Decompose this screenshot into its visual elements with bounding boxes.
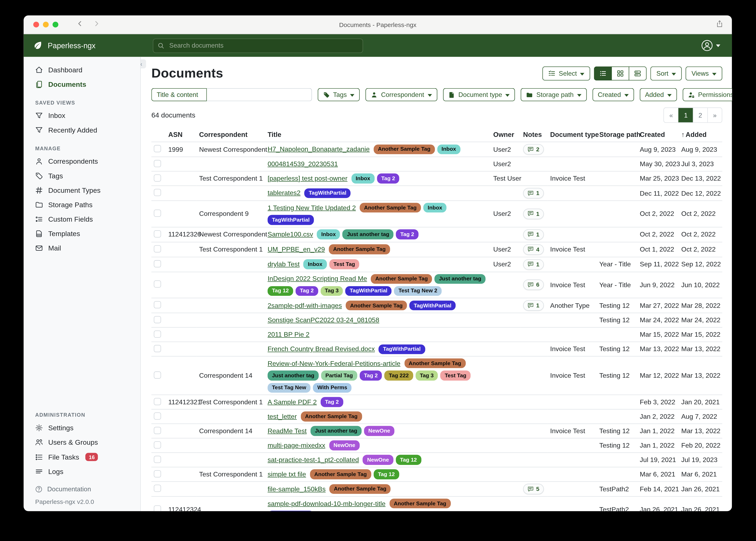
document-title-link[interactable]: Sample100.csv	[268, 231, 313, 238]
sidebar-item-documents[interactable]: Documents	[24, 77, 140, 92]
column-header-notes[interactable]: Notes	[521, 127, 548, 142]
sidebar-item-document-types[interactable]: Document Types	[24, 183, 140, 198]
tag-badge[interactable]: Tag 2	[396, 230, 418, 239]
tag-badge[interactable]: Just another tag	[268, 371, 319, 380]
column-header-document-type[interactable]: Document type	[548, 127, 597, 142]
document-title-link[interactable]: test_letter	[268, 413, 297, 420]
notes-badge[interactable]: 1	[523, 300, 544, 311]
filter-correspondent-button[interactable]: Correspondent	[366, 88, 437, 101]
notes-badge[interactable]: 1	[523, 188, 544, 198]
tag-badge[interactable]: Tag 2	[321, 397, 343, 407]
notes-badge[interactable]: 5	[523, 484, 544, 494]
sidebar-item-inbox[interactable]: Inbox	[24, 109, 140, 123]
filter-added-button[interactable]: Added	[640, 88, 677, 101]
document-title-link[interactable]: drylab Test	[268, 261, 300, 268]
notes-badge[interactable]: 4	[523, 244, 544, 255]
document-title-link[interactable]: A Sample PDF 2	[268, 398, 317, 406]
tag-badge[interactable]: NewOne	[363, 455, 393, 465]
user-menu[interactable]	[701, 40, 720, 52]
tag-badge[interactable]: TagWithPartial	[379, 344, 425, 354]
sidebar-item-users-groups[interactable]: Users & Groups	[24, 435, 140, 449]
tag-badge[interactable]: Another Sample Tag	[404, 358, 465, 368]
tag-badge[interactable]: Another Sample Tag	[346, 300, 407, 310]
sidebar-item-recently-added[interactable]: Recently Added	[24, 123, 140, 137]
browser-forward-icon[interactable]	[93, 20, 100, 29]
app-brand[interactable]: Paperless-ngx	[24, 41, 153, 50]
row-checkbox[interactable]	[154, 371, 161, 378]
row-checkbox[interactable]	[154, 412, 161, 419]
row-checkbox[interactable]	[154, 210, 161, 217]
document-title-link[interactable]: sat-practice-test-1_pt2-collated	[268, 456, 359, 463]
sidebar-item-logs[interactable]: Logs	[24, 464, 140, 479]
notes-badge[interactable]: 1	[523, 209, 544, 219]
sidebar-item-settings[interactable]: Settings	[24, 421, 140, 435]
views-button[interactable]: Views	[686, 66, 722, 80]
row-checkbox[interactable]	[154, 280, 161, 288]
row-checkbox[interactable]	[154, 160, 161, 167]
pagination-next[interactable]: »	[707, 108, 722, 122]
notes-badge[interactable]: 1	[523, 229, 544, 240]
document-title-link[interactable]: ReadMe Test	[268, 427, 307, 435]
column-header-created[interactable]: Created	[637, 127, 679, 142]
tag-badge[interactable]: Tag 3	[320, 286, 343, 296]
row-checkbox[interactable]	[154, 485, 161, 492]
document-title-link[interactable]: 2011 BP Pie 2	[268, 331, 309, 338]
document-title-link[interactable]: file-sample_150kBs	[268, 485, 326, 493]
row-checkbox[interactable]	[154, 345, 161, 352]
sidebar-item-custom-fields[interactable]: Custom Fields	[24, 212, 140, 227]
tag-badge[interactable]: Test Tag New 2	[394, 286, 442, 296]
notes-badge[interactable]: 1	[523, 259, 544, 270]
column-header-storage-path[interactable]: Storage path	[597, 127, 637, 142]
sidebar-item-mail[interactable]: Mail	[24, 241, 140, 255]
search-input[interactable]	[168, 41, 358, 50]
column-header-added[interactable]: ↑Added	[679, 127, 722, 142]
tag-badge[interactable]: Another Sample Tag	[389, 499, 451, 508]
tag-badge[interactable]: Inbox	[423, 203, 447, 213]
column-header-title[interactable]: Title	[265, 127, 491, 142]
column-header-correspondent[interactable]: Correspondent	[197, 127, 265, 142]
tag-badge[interactable]: Test Tag	[440, 371, 471, 380]
row-checkbox[interactable]	[154, 245, 161, 252]
column-header-owner[interactable]: Owner	[491, 127, 521, 142]
document-title-link[interactable]: 1 Testing New Title Updated 2	[268, 204, 356, 211]
tag-badge[interactable]: Tag 12	[268, 286, 293, 296]
document-title-link[interactable]: sample-pdf-download-10-mb-longer-title	[268, 500, 386, 507]
tag-badge[interactable]: Just another tag	[343, 230, 393, 239]
tag-badge[interactable]: Tag 2	[295, 286, 318, 296]
tag-badge[interactable]: TagWithPartial	[345, 286, 392, 296]
tag-badge[interactable]: Tag 3	[416, 371, 438, 380]
list-view-button[interactable]	[594, 66, 612, 80]
tag-badge[interactable]: Another Sample Tag	[329, 245, 390, 254]
row-checkbox[interactable]	[154, 456, 161, 463]
row-checkbox[interactable]	[154, 316, 161, 323]
sidebar-item-storage-paths[interactable]: Storage Paths	[24, 198, 140, 212]
notes-badge[interactable]: 6	[523, 279, 544, 290]
filter-storage-path-button[interactable]: Storage path	[521, 88, 587, 101]
tag-badge[interactable]: Inbox	[317, 230, 340, 239]
tag-badge[interactable]: TagWithPartial	[409, 300, 456, 310]
close-window-button[interactable]	[33, 22, 39, 27]
select-button[interactable]: Select	[542, 66, 591, 80]
document-title-link[interactable]: Review-of-New-York-Federal-Petitions-art…	[268, 360, 400, 367]
tag-badge[interactable]: Just another tag	[311, 426, 361, 436]
document-title-link[interactable]: Sonstige ScanPC2022 03-24_081058	[268, 317, 379, 324]
pagination-page-2[interactable]: 2	[693, 108, 707, 122]
tag-badge[interactable]: TagWithPartial	[268, 215, 314, 225]
browser-back-icon[interactable]	[77, 20, 84, 29]
tag-badge[interactable]: TagWithPartial	[304, 188, 351, 198]
filter-document-type-button[interactable]: Document type	[443, 88, 515, 101]
row-checkbox[interactable]	[154, 470, 161, 477]
grid-view-button[interactable]	[612, 66, 629, 80]
row-checkbox[interactable]	[154, 260, 161, 267]
tag-badge[interactable]: NewOne	[329, 441, 360, 450]
sort-button[interactable]: Sort	[651, 66, 682, 80]
tag-badge[interactable]: Just another tag	[435, 274, 485, 284]
tag-badge[interactable]: Test Tag New	[268, 383, 311, 392]
global-search[interactable]	[153, 38, 363, 53]
tag-badge[interactable]: Another Sample Tag	[310, 469, 371, 479]
tag-badge[interactable]: Inbox	[351, 174, 374, 183]
tag-badge[interactable]: Another Sample Tag	[330, 484, 391, 494]
minimize-window-button[interactable]	[43, 22, 49, 27]
document-title-link[interactable]: French Country Bread Revised.docx	[268, 345, 375, 353]
document-title-link[interactable]: [paperless] test post-owner	[268, 175, 347, 182]
